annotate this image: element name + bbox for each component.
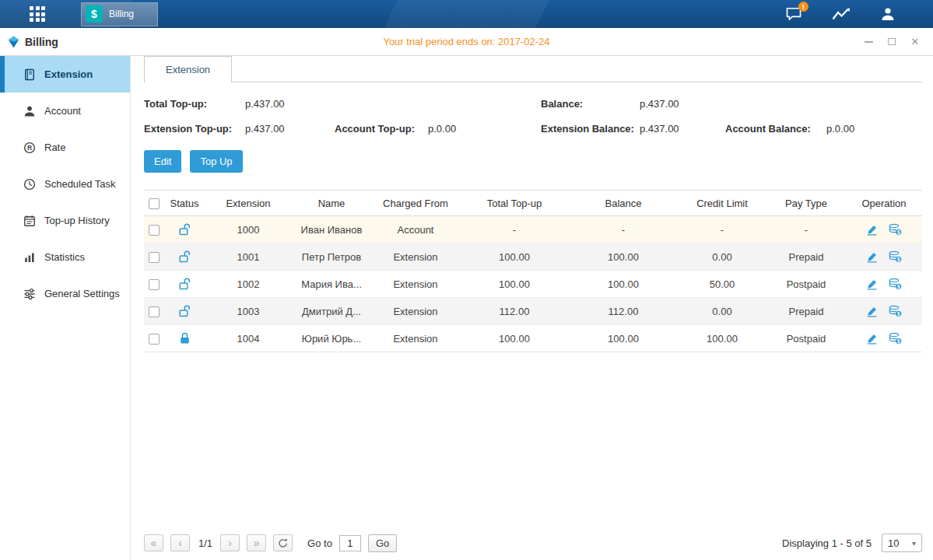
trial-notice: Your trial period ends on: 2017-02-24 [0,36,933,47]
tab-extension[interactable]: Extension [144,56,232,82]
extension-cell: 1004 [205,325,292,352]
pay-type-cell: - [766,216,846,243]
extension-balance-label: Extension Balance: [541,123,640,135]
prev-page-button[interactable]: ‹ [170,534,190,551]
topup-icon[interactable]: $ [889,332,902,345]
unlocked-icon[interactable] [179,278,191,290]
sidebar-item-account[interactable]: Account [0,93,130,129]
row-checkbox[interactable] [149,225,160,236]
header-charged-from: Charged From [371,191,460,216]
page-indicator: 1/1 [198,537,212,549]
billing-app-window: $ Billing ! [0,0,933,560]
pay-type-cell: Postpaid [766,271,846,298]
locked-icon[interactable] [180,332,190,345]
sidebar-item-scheduled-task[interactable]: Scheduled Task [0,166,130,202]
extension-topup-value: р.437.00 [245,123,285,135]
edit-icon[interactable] [866,251,878,263]
topup-icon[interactable]: $ [889,305,902,317]
go-button[interactable]: Go [368,534,397,552]
table-row: 1000 Иван Иванов Account - - - - $ [144,216,922,243]
calendar-icon [23,215,36,227]
first-page-button[interactable]: « [144,534,163,551]
topup-icon[interactable]: $ [889,250,902,263]
name-cell: Дмитрий Д... [292,298,371,325]
apps-grid-icon[interactable] [30,6,45,22]
edit-button[interactable]: Edit [144,150,181,173]
row-checkbox[interactable] [149,334,160,345]
edit-icon[interactable] [866,306,878,317]
maximize-button[interactable] [886,37,897,47]
page-size-select[interactable]: 10 ▾ [882,534,922,552]
credit-limit-cell: 100.00 [678,325,766,352]
status-cell [164,216,205,243]
sidebar-item-topup-history[interactable]: Top-up History [0,202,130,239]
sidebar-item-extension[interactable]: Extension [0,56,130,93]
svg-text:$: $ [897,257,900,263]
close-button[interactable]: ✕ [910,37,921,47]
total-topup-cell: 100.00 [460,325,569,352]
account-balance-label: Account Balance: [725,123,826,135]
balance-value: р.437.00 [640,98,679,110]
top-up-button[interactable]: Top Up [190,150,242,173]
extension-icon [23,68,36,81]
chart-icon[interactable] [832,7,851,21]
header-name: Name [292,191,371,216]
sidebar-item-label: General Settings [44,288,120,299]
svg-text:$: $ [897,284,900,290]
select-all-checkbox[interactable] [149,198,160,209]
unlocked-icon[interactable] [179,250,191,263]
extension-balance-value: р.437.00 [640,123,679,135]
unlocked-icon[interactable] [179,223,191,236]
charged-from-cell: Extension [371,325,460,352]
sidebar-item-statistics[interactable]: Statistics [0,239,130,275]
balance-cell: 112.00 [569,298,678,325]
topup-icon[interactable]: $ [889,223,902,236]
operation-cell: $ [846,216,922,243]
topup-icon[interactable]: $ [889,278,902,290]
topbar-tab-billing[interactable]: $ Billing [81,2,158,26]
operation-cell: $ [846,243,922,271]
edit-icon[interactable] [866,224,878,236]
refresh-button[interactable] [273,534,293,551]
goto-label: Go to [307,537,332,549]
row-checkbox[interactable] [149,252,160,263]
name-cell: Юрий Юрь... [292,325,371,352]
rate-icon: R [23,142,36,154]
main-content: Extension Total Top-up: р.437.00 Balance… [131,56,933,560]
tab-strip: Extension [144,56,922,82]
window-controls: ✕ [863,37,921,47]
pay-type-cell: Prepaid [766,298,846,325]
edit-icon[interactable] [866,278,878,290]
edit-icon[interactable] [866,333,878,345]
next-page-button[interactable]: › [220,534,240,551]
balance-label: Balance: [541,98,640,110]
table-row: 1004 Юрий Юрь... Extension 100.00 100.00… [144,325,922,352]
last-page-button[interactable]: » [247,534,266,551]
unlocked-icon[interactable] [179,305,191,317]
sidebar-item-label: Statistics [44,251,85,263]
charged-from-cell: Account [371,216,460,243]
chevron-down-icon: ▾ [912,539,916,548]
row-checkbox[interactable] [149,279,160,290]
balance-cell: 100.00 [569,271,678,298]
status-cell [164,271,205,298]
minimize-button[interactable] [863,37,874,47]
chat-icon[interactable]: ! [785,7,802,21]
billing-app-icon [8,36,19,48]
account-icon [23,105,36,117]
svg-text:R: R [27,144,32,152]
user-icon[interactable] [880,6,896,22]
app-title: Billing [25,36,58,48]
row-checkbox[interactable] [149,306,160,317]
account-topup-value: р.0.00 [428,123,456,135]
action-buttons: Edit Top Up [144,150,922,173]
sliders-icon [23,288,36,300]
name-cell: Иван Иванов [292,216,371,243]
header-status: Status [164,191,205,216]
sidebar-item-rate[interactable]: R Rate [0,129,130,166]
sidebar-item-general-settings[interactable]: General Settings [0,275,130,312]
header-pay-type: Pay Type [766,191,846,216]
displaying-text: Displaying 1 - 5 of 5 [782,537,872,549]
charged-from-cell: Extension [371,271,460,298]
goto-page-input[interactable] [339,535,361,551]
